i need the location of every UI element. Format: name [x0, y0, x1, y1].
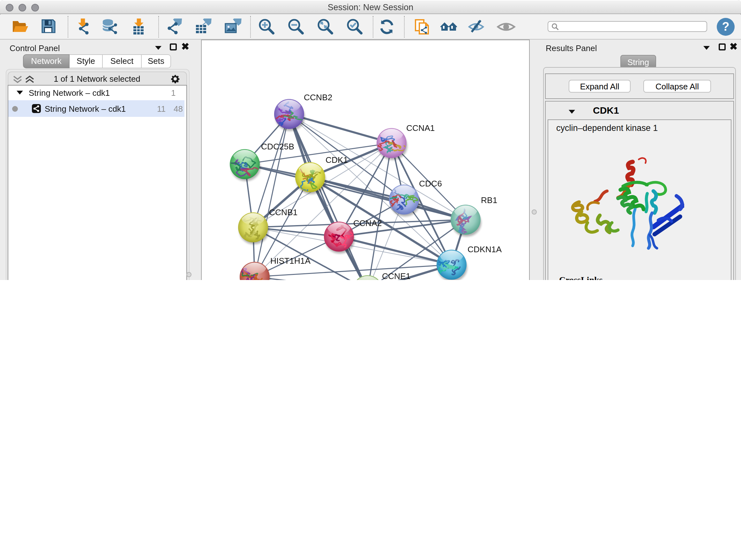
svg-text:RB1: RB1 — [481, 195, 497, 205]
svg-text:CCNA2: CCNA2 — [353, 218, 381, 228]
svg-text:CCNA1: CCNA1 — [406, 123, 434, 132]
svg-text:CCNE1: CCNE1 — [382, 271, 410, 280]
svg-text:CCNB1: CCNB1 — [269, 207, 297, 217]
svg-text:CCNB2: CCNB2 — [304, 92, 332, 102]
svg-text:CDC6: CDC6 — [419, 179, 442, 188]
svg-text:HIST1H1A: HIST1H1A — [270, 256, 311, 265]
svg-text:CDK1: CDK1 — [325, 155, 347, 165]
svg-text:CDC25B: CDC25B — [261, 141, 294, 151]
svg-text:?: ? — [722, 19, 729, 33]
svg-text:CDKN1A: CDKN1A — [467, 244, 501, 254]
